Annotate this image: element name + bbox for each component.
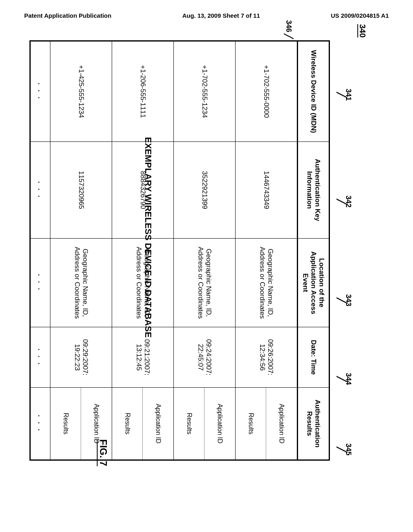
cell-location: Geographic Name, ID, Address or Coordina… xyxy=(174,239,236,327)
cell-ellipsis: . . . xyxy=(30,41,50,142)
results-subtable: Application ID Results xyxy=(112,388,173,459)
cell-mdn: +1-206-555-1111 xyxy=(112,41,174,142)
th-auth-key: Authentication Key Information xyxy=(298,142,330,239)
results-value: Results xyxy=(174,388,204,459)
cell-location: Geographic Name, ID, Address or Coordina… xyxy=(236,239,298,327)
ellipsis-icon: . . . xyxy=(37,181,44,199)
figure-number: 340 xyxy=(358,24,367,37)
cell-auth-key: 3522921399 xyxy=(174,142,236,239)
results-app-id: Application ID xyxy=(204,388,235,459)
lead-line-icon: ╱ xyxy=(338,199,344,204)
cell-ellipsis: . . . xyxy=(30,327,50,388)
cell-date: 09:24:2007: 22:45:07 xyxy=(174,327,236,388)
th-date: Date: Time xyxy=(298,327,330,388)
cell-results: Application ID Results xyxy=(112,388,174,460)
lead-line-icon: ╱ xyxy=(338,376,344,382)
cell-date: 09:29:2007: 19:22:23 xyxy=(50,327,112,388)
col-label-345: 345 ╱ xyxy=(338,411,353,488)
cell-auth-key: 1157320965 xyxy=(50,142,112,239)
table-row: +1-425-555-1234 1157320965 Geographic Na… xyxy=(50,41,112,460)
cell-auth-key: 1446743349 xyxy=(236,142,298,239)
cell-location: Geographic Name, ID, Address or Coordina… xyxy=(50,239,112,327)
device-id-table: Wireless Device ID (MDN) Authentication … xyxy=(29,40,330,461)
figure-caption: EXEMPLARY WIRELESS DEVICE ID DATABASE xyxy=(143,137,153,338)
col-label-341: 341 ╱ xyxy=(338,40,353,149)
ellipsis-icon: . . . xyxy=(37,274,44,292)
cell-ellipsis: . . . xyxy=(30,239,50,327)
th-location: Location of the Application Access Event xyxy=(298,239,330,327)
results-subtable: Application ID Results xyxy=(174,388,235,459)
figure-content: 340 341 ╱ 342 ╱ 343 ╱ 344 ╱ 345 ╱ 346 ╱ … xyxy=(44,12,367,520)
cell-results: Application ID Results xyxy=(174,388,236,460)
column-reference-labels: 341 ╱ 342 ╱ 343 ╱ 344 ╱ 345 ╱ xyxy=(338,16,353,488)
th-results: Authentication Results xyxy=(298,388,330,460)
table-row: +1-702-555-0000 1446743349 Geographic Na… xyxy=(236,41,298,460)
results-subtable: Application ID Results xyxy=(236,388,297,459)
results-app-id: Application ID xyxy=(266,388,297,459)
cell-date: 09:26:2007: 12:34:56 xyxy=(236,327,298,388)
ellipsis-icon: . . . xyxy=(37,349,44,366)
col-label-342: 342 ╱ xyxy=(338,149,353,254)
cell-ellipsis: . . . xyxy=(30,142,50,239)
cell-mdn: +1-702-555-1234 xyxy=(174,41,236,142)
col-label-344: 344 ╱ xyxy=(338,347,353,411)
lead-line-icon: ╱ xyxy=(338,298,344,303)
cell-mdn: +1-702-555-0000 xyxy=(236,41,298,142)
table-header-row: Wireless Device ID (MDN) Authentication … xyxy=(298,41,330,460)
cell-mdn: +1-425-555-1234 xyxy=(50,41,112,142)
lead-line-icon: ╱ xyxy=(338,92,344,98)
row-label-text: 346 xyxy=(285,20,293,32)
results-app-id: Application ID xyxy=(143,388,173,459)
results-value: Results xyxy=(236,388,266,459)
lead-line-icon: ╱ xyxy=(284,34,294,39)
row-reference-346: 346 ╱ xyxy=(284,20,294,39)
ellipsis-icon: . . . xyxy=(37,83,44,100)
col-label-343: 343 ╱ xyxy=(338,254,353,347)
results-value: Results xyxy=(50,388,81,459)
cell-results: Application ID Results xyxy=(236,388,298,460)
figure-number-label: 340 xyxy=(357,24,367,37)
figure-label: FIG. 7 xyxy=(97,439,109,466)
table-row-ellipsis: . . . . . . . . . . . . . . . xyxy=(30,41,50,460)
th-mdn: Wireless Device ID (MDN) xyxy=(298,41,330,142)
ellipsis-icon: . . . xyxy=(37,415,44,432)
table-row: +1-702-555-1234 3522921399 Geographic Na… xyxy=(174,41,236,460)
lead-line-icon: ╱ xyxy=(338,447,344,452)
results-value: Results xyxy=(112,388,143,459)
cell-ellipsis: . . . xyxy=(30,388,50,460)
